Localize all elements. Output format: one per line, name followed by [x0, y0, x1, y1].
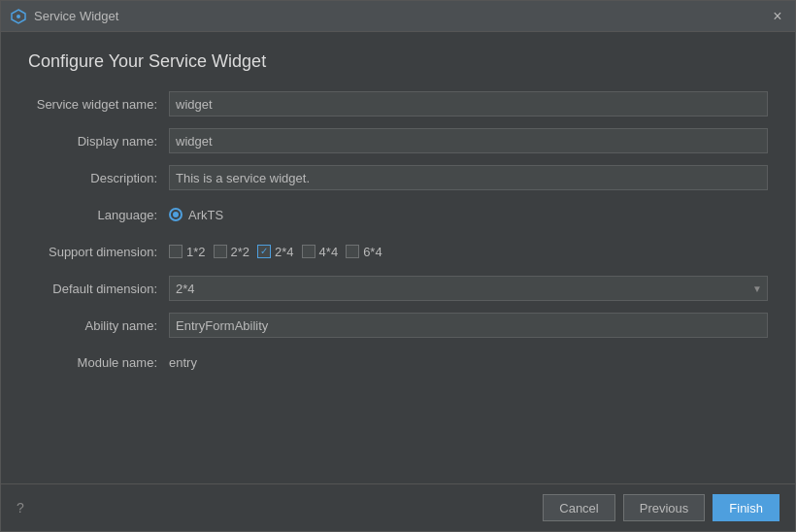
svg-point-1	[17, 15, 20, 18]
help-icon[interactable]: ?	[17, 500, 543, 515]
display-name-input[interactable]	[169, 128, 768, 153]
display-name-row: Display name:	[28, 128, 768, 153]
service-widget-dialog: Service Widget × Configure Your Service …	[0, 0, 796, 532]
checkbox-1x2-label: 1*2	[186, 245, 206, 259]
finish-button[interactable]: Finish	[713, 494, 779, 521]
language-radio-group: ArkTS	[169, 208, 223, 222]
ability-name-label: Ability name:	[28, 318, 169, 333]
checkbox-4x4[interactable]	[302, 245, 315, 258]
checkbox-item-1x2: 1*2	[169, 245, 206, 259]
module-name-row: Module name: entry	[28, 349, 768, 375]
checkbox-item-6x4: 6*4	[346, 245, 382, 259]
checkbox-6x4-label: 6*4	[363, 245, 382, 259]
service-widget-name-row: Service widget name:	[28, 91, 768, 116]
dialog-body: Configure Your Service Widget Service wi…	[1, 32, 795, 483]
language-arkts-label: ArkTS	[188, 208, 223, 222]
display-name-label: Display name:	[28, 134, 169, 149]
description-input[interactable]	[169, 165, 768, 190]
support-dimension-row: Support dimension: 1*2 2*2 2*4 4*4	[28, 239, 768, 264]
checkbox-item-2x4: 2*4	[257, 245, 294, 259]
language-radio-arkts[interactable]	[169, 208, 182, 221]
description-label: Description:	[28, 171, 169, 185]
title-bar: Service Widget ×	[1, 1, 795, 32]
dialog-footer: ? Cancel Previous Finish	[1, 483, 795, 531]
checkbox-2x4[interactable]	[257, 245, 271, 258]
previous-button[interactable]: Previous	[623, 494, 706, 521]
footer-buttons: Cancel Previous Finish	[543, 494, 779, 521]
checkbox-1x2[interactable]	[169, 245, 182, 258]
language-label: Language:	[28, 208, 169, 222]
radio-inner	[173, 212, 179, 217]
support-dimension-label: Support dimension:	[28, 245, 169, 259]
description-row: Description:	[28, 165, 768, 190]
support-dimension-checkboxes: 1*2 2*2 2*4 4*4 6*4	[169, 245, 382, 259]
module-name-value: entry	[169, 355, 197, 370]
close-button[interactable]: ×	[770, 9, 785, 24]
default-dimension-select[interactable]: 1*2 2*2 2*4 4*4 6*4	[169, 276, 768, 301]
default-dimension-select-wrapper: 1*2 2*2 2*4 4*4 6*4 ▼	[169, 276, 768, 301]
language-row: Language: ArkTS	[28, 202, 768, 227]
ability-name-input[interactable]	[169, 313, 768, 338]
checkbox-4x4-label: 4*4	[319, 245, 339, 259]
module-name-label: Module name:	[28, 355, 169, 370]
default-dimension-label: Default dimension:	[28, 282, 169, 296]
dialog-icon	[11, 9, 26, 24]
default-dimension-row: Default dimension: 1*2 2*2 2*4 4*4 6*4 ▼	[28, 276, 768, 301]
dialog-heading: Configure Your Service Widget	[28, 51, 768, 72]
checkbox-item-2x2: 2*2	[214, 245, 250, 259]
service-widget-name-label: Service widget name:	[28, 97, 169, 112]
checkbox-6x4[interactable]	[346, 245, 359, 258]
checkbox-item-4x4: 4*4	[302, 245, 339, 259]
cancel-button[interactable]: Cancel	[543, 494, 614, 521]
dialog-title: Service Widget	[34, 9, 770, 23]
checkbox-2x2-label: 2*2	[231, 245, 250, 259]
checkbox-2x4-label: 2*4	[275, 245, 294, 259]
ability-name-row: Ability name:	[28, 313, 768, 338]
service-widget-name-input[interactable]	[169, 91, 768, 116]
checkbox-2x2[interactable]	[214, 245, 227, 258]
